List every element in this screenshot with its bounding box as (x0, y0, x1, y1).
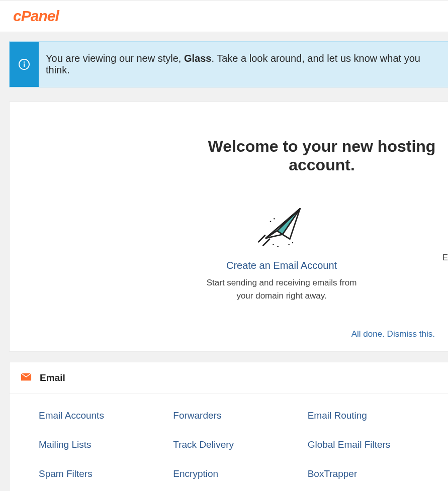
welcome-panel: Welcome to your new hosting account. Cre… (9, 102, 448, 352)
welcome-title: Welcome to your new hosting account. (196, 137, 448, 174)
link-email-routing[interactable]: Email Routing (308, 410, 437, 421)
svg-point-8 (273, 244, 274, 245)
create-email-link[interactable]: Create an Email Account (115, 260, 448, 271)
banner-text: You are viewing our new style, Glass. Ta… (39, 42, 448, 87)
topbar: cPanel (0, 0, 448, 32)
svg-line-7 (263, 239, 270, 246)
style-notice-banner: You are viewing our new style, Glass. Ta… (9, 41, 448, 87)
svg-point-2 (24, 61, 25, 63)
link-email-accounts[interactable]: Email Accounts (39, 410, 168, 421)
svg-point-11 (288, 244, 290, 245)
svg-rect-1 (24, 63, 25, 67)
svg-line-6 (258, 235, 265, 242)
cpanel-logo: cPanel (13, 8, 59, 25)
info-icon (10, 42, 39, 87)
svg-point-9 (277, 246, 279, 247)
create-desc-line2: your domain right away. (236, 291, 326, 301)
dismiss-link[interactable]: All done. Dismiss this. (10, 329, 448, 339)
link-spam-filters[interactable]: Spam Filters (39, 468, 168, 479)
link-global-email-filters[interactable]: Global Email Filters (308, 439, 437, 450)
truncated-neighbor-text: E (442, 253, 448, 263)
create-email-desc: Start sending and receiving emails from … (115, 276, 448, 303)
email-section-title: Email (40, 372, 65, 383)
banner-style-name: Glass (184, 53, 211, 64)
create-desc-line1: Start sending and receiving emails from (207, 278, 357, 287)
svg-point-10 (292, 242, 294, 244)
email-section: Email Email Accounts Forwarders Email Ro… (9, 362, 448, 491)
envelope-icon (21, 372, 32, 383)
banner-prefix: You are viewing our new style, (46, 53, 184, 64)
paper-plane-icon (115, 199, 448, 254)
link-boxtrapper[interactable]: BoxTrapper (308, 468, 437, 479)
email-links-grid: Email Accounts Forwarders Email Routing … (10, 394, 448, 491)
link-mailing-lists[interactable]: Mailing Lists (39, 439, 168, 450)
svg-point-13 (274, 218, 275, 220)
link-track-delivery[interactable]: Track Delivery (173, 439, 302, 450)
link-encryption[interactable]: Encryption (173, 468, 302, 479)
link-forwarders[interactable]: Forwarders (173, 410, 302, 421)
email-section-header[interactable]: Email (10, 362, 448, 394)
svg-point-12 (270, 221, 272, 223)
